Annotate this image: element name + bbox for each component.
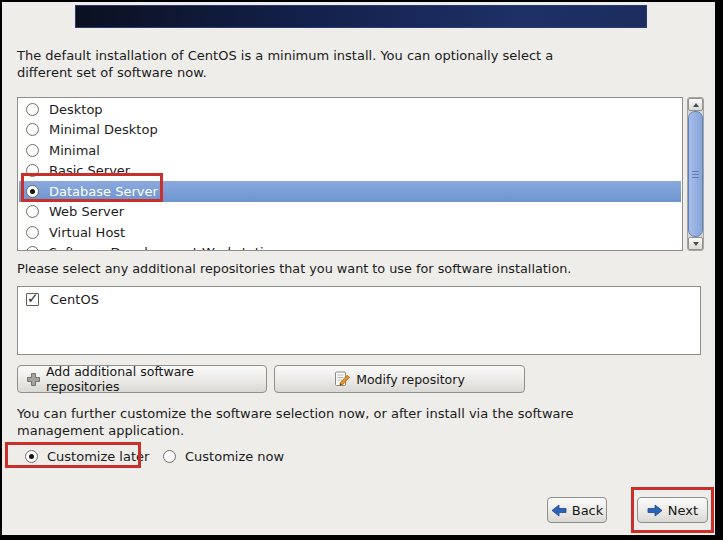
add-repositories-button[interactable]: Add additional software repositories — [17, 365, 267, 393]
add-repositories-label: Add additional software repositories — [46, 364, 258, 394]
software-option-label: Minimal Desktop — [49, 122, 158, 137]
annotation-box-database-server — [21, 173, 163, 202]
chevron-up-icon — [693, 103, 699, 107]
software-option-label: Virtual Host — [49, 225, 125, 240]
software-option-label: Software Development Workstation — [49, 245, 280, 251]
chevron-down-icon — [693, 242, 699, 246]
edit-document-icon — [334, 371, 351, 387]
radio-icon — [26, 103, 39, 116]
back-button[interactable]: Back — [547, 497, 607, 523]
grip-icon — [692, 174, 699, 175]
scroll-down-button[interactable] — [688, 237, 703, 250]
software-option-label: Desktop — [49, 102, 103, 117]
annotation-box-next-button — [631, 487, 714, 533]
repository-list: ✓ CentOS — [17, 286, 701, 355]
scrollbar-thumb[interactable] — [688, 111, 703, 237]
software-list-scrollbar[interactable] — [687, 97, 704, 251]
software-option-virtual-host[interactable]: Virtual Host — [19, 222, 681, 243]
customize-now-option[interactable]: Customize now — [163, 448, 284, 464]
radio-icon — [26, 123, 39, 136]
radio-icon — [26, 205, 39, 218]
software-option-web-server[interactable]: Web Server — [19, 202, 681, 223]
checkbox-checked-icon[interactable]: ✓ — [26, 293, 39, 306]
progress-banner — [75, 5, 647, 28]
software-option-minimal[interactable]: Minimal — [19, 140, 681, 161]
radio-icon — [26, 246, 39, 251]
radio-icon[interactable] — [163, 450, 176, 463]
customize-now-label: Customize now — [185, 449, 284, 464]
plus-icon — [26, 372, 41, 387]
software-option-software-development-workstation[interactable]: Software Development Workstation — [19, 243, 681, 252]
radio-icon — [26, 226, 39, 239]
intro-text: The default installation of CentOS is a … — [17, 47, 553, 81]
software-option-desktop[interactable]: Desktop — [19, 99, 681, 120]
software-option-label: Minimal — [49, 143, 100, 158]
left-arrow-icon — [551, 504, 567, 517]
modify-repository-label: Modify repository — [356, 372, 465, 387]
radio-icon — [26, 144, 39, 157]
annotation-box-customize-later — [5, 442, 141, 468]
software-option-minimal-desktop[interactable]: Minimal Desktop — [19, 120, 681, 141]
customize-text: You can further customize the software s… — [17, 406, 574, 439]
scroll-up-button[interactable] — [688, 98, 703, 111]
back-label: Back — [572, 503, 604, 518]
repositories-prompt: Please select any additional repositorie… — [17, 261, 571, 276]
repository-item-label: CentOS — [50, 292, 99, 307]
installer-window: The default installation of CentOS is a … — [0, 0, 723, 540]
repository-item-centos[interactable]: ✓ CentOS — [19, 289, 699, 309]
modify-repository-button[interactable]: Modify repository — [274, 365, 525, 393]
software-option-label: Web Server — [49, 204, 124, 219]
